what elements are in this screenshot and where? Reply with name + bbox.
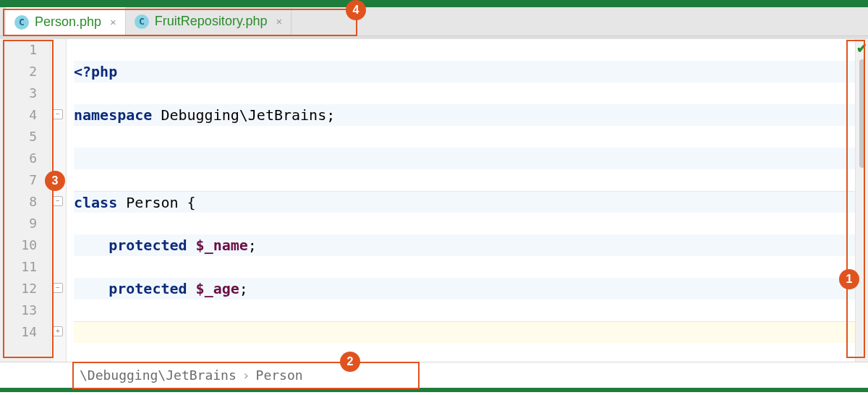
callout-badge-1: 1	[839, 269, 859, 289]
fold-expand-icon[interactable]: +	[53, 326, 63, 336]
callout-badge-3: 3	[45, 171, 65, 191]
line-number: 6	[0, 148, 50, 169]
scrollbar-thumb[interactable]	[859, 59, 865, 168]
folding-column[interactable]: − − − +	[51, 39, 67, 362]
code-text: ;	[248, 237, 257, 254]
fold-collapse-icon[interactable]: −	[53, 283, 63, 293]
analysis-ok-icon: ✔	[856, 41, 868, 56]
code-text: Debugging\JetBrains;	[152, 106, 335, 124]
error-stripe-bar[interactable]: ✔	[855, 39, 868, 362]
line-number: 4	[0, 104, 50, 126]
window-bottom-border	[0, 388, 868, 392]
line-number: 12	[0, 278, 50, 300]
editor-tabs: C Person.php × C FruitRepository.php ×	[0, 7, 868, 36]
window-top-border	[0, 0, 868, 7]
keyword-protected: protected	[109, 280, 187, 297]
breadcrumb-class[interactable]: Person	[256, 368, 303, 383]
fold-collapse-icon[interactable]: −	[53, 109, 63, 119]
line-number: 10	[0, 234, 50, 256]
code-area[interactable]: <?php namespace Debugging\JetBrains; cla…	[67, 39, 855, 362]
code-editor: 1 2 3 4 5 6 7 8 9 10 11 12 13 14 − − − +…	[0, 36, 868, 362]
tab-label: FruitRepository.php	[155, 14, 268, 29]
breadcrumb[interactable]: \Debugging\JetBrains › Person	[0, 362, 868, 388]
line-number: 3	[0, 82, 50, 104]
line-number: 2	[0, 61, 50, 82]
line-number: 13	[0, 300, 50, 321]
line-number: 1	[0, 39, 50, 61]
code-text: ;	[239, 280, 248, 297]
class-icon: C	[135, 14, 149, 29]
breadcrumb-namespace[interactable]: \Debugging\JetBrains	[80, 368, 237, 383]
chevron-right-icon: ›	[242, 368, 250, 383]
code-token: <?php	[74, 63, 117, 80]
keyword-class: class	[74, 194, 117, 211]
keyword-protected: protected	[109, 237, 187, 254]
fold-collapse-icon[interactable]: −	[53, 196, 63, 206]
line-number: 14	[0, 321, 50, 343]
line-number: 11	[0, 256, 50, 278]
callout-badge-2: 2	[340, 352, 360, 372]
tab-person-php[interactable]: C Person.php ×	[6, 7, 126, 35]
keyword-namespace: namespace	[74, 106, 152, 124]
line-number: 9	[0, 213, 50, 234]
field-name: $_name	[196, 237, 248, 254]
code-text: Person {	[117, 194, 195, 211]
tab-fruitrepository-php[interactable]: C FruitRepository.php ×	[126, 7, 292, 35]
line-number: 8	[0, 191, 50, 213]
line-number: 7	[0, 169, 50, 191]
callout-badge-4: 4	[346, 0, 366, 20]
line-number: 5	[0, 126, 50, 148]
close-icon[interactable]: ×	[110, 16, 116, 28]
field-age: $_age	[196, 280, 239, 297]
tab-label: Person.php	[35, 14, 101, 30]
line-number-gutter[interactable]: 1 2 3 4 5 6 7 8 9 10 11 12 13 14	[0, 39, 51, 362]
class-icon: C	[14, 15, 29, 30]
close-icon[interactable]: ×	[276, 15, 283, 27]
